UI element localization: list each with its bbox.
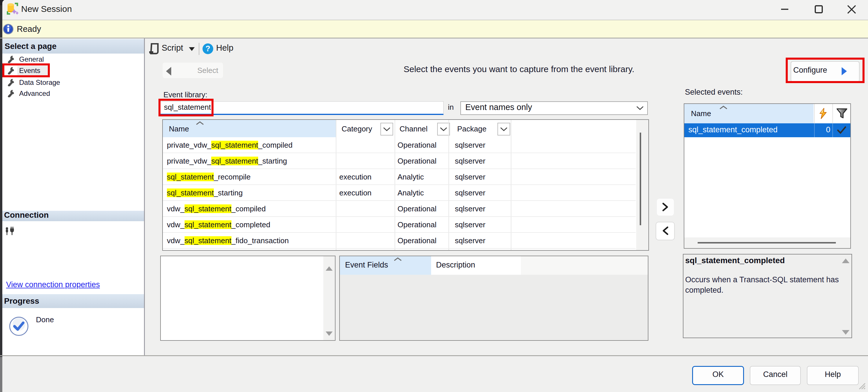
svg-text:?: ? [206, 44, 210, 53]
